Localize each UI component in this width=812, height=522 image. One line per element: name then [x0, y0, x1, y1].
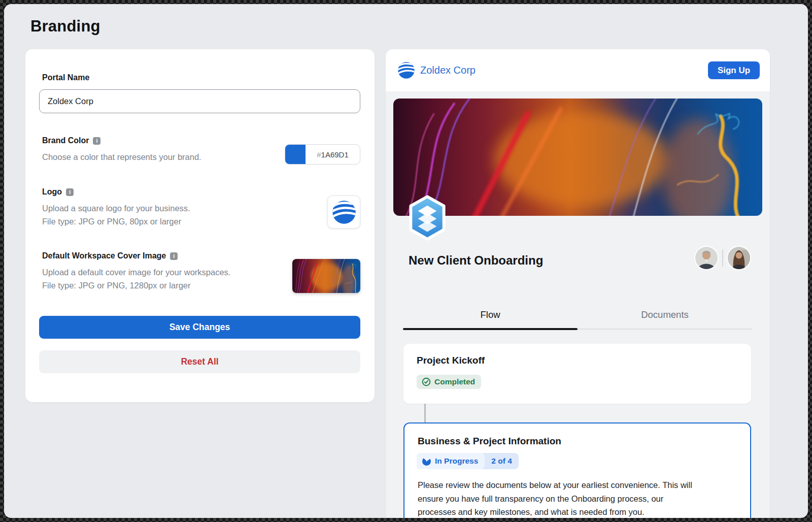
branding-settings-card: Portal Name Brand Color i Choose a color…: [25, 49, 375, 402]
step-card-business-info[interactable]: Business & Project Information In Progre…: [403, 422, 751, 518]
color-swatch[interactable]: [285, 145, 306, 164]
reset-all-button[interactable]: Reset All: [39, 350, 360, 373]
cover-image: [292, 259, 360, 293]
workspace-badge-icon: [406, 194, 449, 241]
status-badge-label: In Progress: [435, 456, 478, 466]
workspace-members: [695, 247, 750, 269]
workspace-cover-image: [393, 99, 762, 216]
company-logo-icon: [397, 61, 416, 80]
branding-page: Branding Portal Name Brand Color i Choos…: [4, 4, 808, 518]
avatar-female: [728, 247, 750, 269]
page-title: Branding: [30, 17, 100, 36]
logo-label: Logo i: [42, 187, 74, 197]
preview-header: Zoldex Corp Sign Up: [386, 49, 770, 91]
check-circle-icon: [422, 377, 431, 386]
logo-label-text: Logo: [42, 187, 62, 197]
portal-name-input[interactable]: [39, 89, 360, 113]
step-title: Project Kickoff: [417, 355, 485, 366]
step-card-project-kickoff[interactable]: Project Kickoff Completed: [403, 344, 751, 404]
avatar-male: [695, 247, 718, 269]
info-icon: i: [93, 137, 100, 145]
active-tab-indicator: [403, 328, 578, 330]
step-title: Business & Project Information: [418, 436, 561, 447]
portal-name-label: Portal Name: [42, 73, 89, 82]
brand-color-description: Choose a color that represents your bran…: [42, 152, 201, 162]
info-icon: i: [170, 252, 178, 260]
step-description-line: ensure you have full transparency on the…: [418, 492, 742, 506]
brand-color-label-text: Brand Color: [42, 136, 89, 145]
company-logo-icon: [331, 199, 357, 225]
status-badge-group: In Progress 2 of 4: [417, 453, 519, 469]
tab-documents[interactable]: Documents: [578, 309, 752, 328]
progress-pie-icon: [422, 457, 431, 466]
cover-image: [393, 99, 762, 216]
cover-description-1: Upload a default cover image for your wo…: [42, 268, 230, 277]
status-badge-in-progress: In Progress: [417, 453, 485, 469]
logo-upload-preview[interactable]: [327, 195, 360, 229]
avatar-divider: [722, 249, 723, 267]
logo-description-2: File type: JPG or PNG, 80px or larger: [42, 217, 181, 226]
tab-flow[interactable]: Flow: [403, 309, 578, 328]
sign-up-button[interactable]: Sign Up: [708, 61, 760, 79]
save-button[interactable]: Save Changes: [39, 316, 360, 339]
workspace-title: New Client Onboarding: [409, 253, 543, 268]
hex-hash: #: [317, 150, 321, 159]
logo-description-1: Upload a square logo for your business.: [42, 204, 190, 213]
company-name: Zoldex Corp: [420, 64, 476, 76]
portal-name-label-text: Portal Name: [42, 73, 89, 82]
info-icon: i: [66, 188, 74, 196]
step-description: Please review the documents below at you…: [418, 478, 742, 518]
brand-color-label: Brand Color i: [42, 136, 100, 145]
step-description-line: Please review the documents below at you…: [418, 478, 742, 492]
brand-color-picker[interactable]: #1A69D1: [285, 144, 360, 165]
cover-image-label-text: Default Workspace Cover Image: [42, 251, 166, 260]
flow-connector-line: [424, 404, 426, 423]
cover-description-2: File type: JPG or PNG, 1280px or larger: [42, 281, 191, 290]
cover-image-label: Default Workspace Cover Image i: [42, 251, 178, 260]
status-badge-completed: Completed: [417, 375, 481, 389]
cover-image-thumbnail[interactable]: [292, 259, 360, 293]
brand-color-hex[interactable]: #1A69D1: [306, 145, 360, 164]
status-badge-label: Completed: [434, 377, 475, 386]
progress-count-badge: 2 of 4: [485, 453, 518, 469]
step-description-line: processes and key milestones, and what i…: [418, 505, 742, 518]
portal-preview-card: Zoldex Corp Sign Up: [386, 49, 770, 518]
hex-value: 1A69D1: [321, 150, 349, 159]
